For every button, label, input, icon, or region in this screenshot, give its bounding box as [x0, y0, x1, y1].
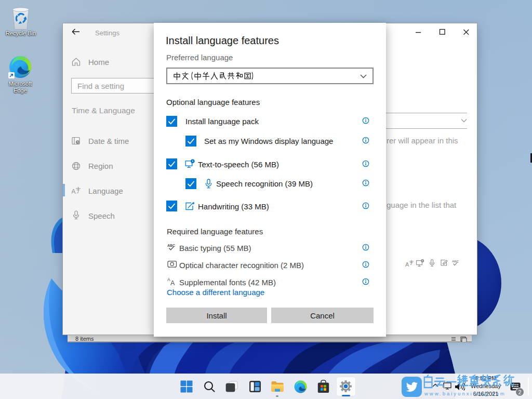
svg-text:A: A	[405, 261, 409, 268]
svg-text:A: A	[170, 280, 175, 286]
svg-text:A: A	[72, 188, 76, 195]
svg-text:ABC: ABC	[167, 244, 175, 247]
svg-text:ABC: ABC	[452, 260, 459, 263]
